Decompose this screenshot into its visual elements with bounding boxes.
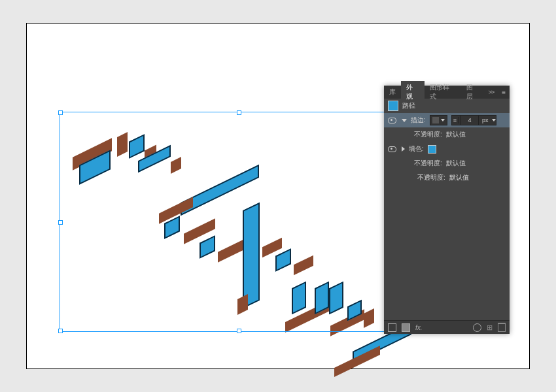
object-opacity-label: 不透明度: (417, 173, 445, 182)
chevron-down-icon (492, 119, 496, 122)
tab-appearance[interactable]: 外观 (401, 81, 425, 103)
stroke-weight-value[interactable]: 4 (460, 115, 479, 125)
stroke-weight-stepper[interactable]: ≡ 4 px (451, 115, 496, 125)
delete-item-icon[interactable] (498, 323, 506, 332)
fill-opacity-label: 不透明度: (414, 159, 442, 168)
panel-tabs: 库 外观 图形样式 图层 >> ≡ (384, 86, 510, 99)
stroke-row[interactable]: 描边: ≡ 4 px (384, 113, 510, 127)
stroke-opacity-row[interactable]: 不透明度: 默认值 (384, 127, 510, 142)
stroke-label: 描边: (411, 116, 426, 125)
panel-footer: fx. ⊞ (384, 320, 510, 334)
add-stroke-icon[interactable] (388, 323, 396, 332)
stroke-opacity-value: 默认值 (446, 130, 466, 139)
resize-handle-ml[interactable] (58, 220, 63, 225)
visibility-toggle-stroke[interactable] (388, 118, 396, 123)
fill-label: 填色: (409, 144, 424, 154)
chevron-down-icon (441, 119, 445, 122)
stroke-color-swatch (432, 117, 439, 123)
fill-row[interactable]: 填色: (384, 142, 510, 156)
add-effect-button[interactable]: fx. (415, 324, 423, 331)
panel-menu-icon[interactable]: ≡ (498, 89, 510, 96)
artwork[interactable] (66, 122, 419, 337)
stroke-weight-unit: px (481, 117, 490, 123)
stroke-color-select[interactable] (430, 115, 447, 125)
resize-handle-bl[interactable] (58, 329, 63, 333)
object-type-label: 路径 (402, 101, 415, 110)
tab-graphic-styles[interactable]: 图形样式 (425, 81, 461, 103)
fill-opacity-row[interactable]: 不透明度: 默认值 (384, 156, 510, 171)
clear-appearance-icon[interactable] (473, 323, 481, 332)
add-fill-icon[interactable] (402, 323, 410, 332)
fill-opacity-value: 默认值 (446, 159, 466, 168)
panel-expand-icon[interactable]: >> (485, 89, 498, 95)
object-thumbnail (388, 101, 398, 111)
resize-handle-tl[interactable] (58, 110, 63, 115)
app-window: 库 外观 图形样式 图层 >> ≡ 路径 描边: ≡ (26, 23, 530, 369)
fill-color-swatch[interactable] (428, 145, 436, 154)
tab-layers[interactable]: 图层 (461, 81, 485, 103)
visibility-toggle-fill[interactable] (388, 146, 396, 152)
appearance-panel: 库 外观 图形样式 图层 >> ≡ 路径 描边: ≡ (384, 86, 510, 334)
duplicate-item-icon[interactable]: ⊞ (487, 323, 493, 332)
expand-stroke-icon[interactable] (402, 119, 407, 122)
stroke-opacity-label: 不透明度: (414, 130, 442, 139)
tab-libraries[interactable]: 库 (384, 86, 401, 99)
object-opacity-row[interactable]: 不透明度: 默认值 (384, 171, 510, 185)
resize-handle-tm[interactable] (237, 110, 241, 115)
expand-fill-icon[interactable] (402, 146, 405, 152)
object-opacity-value: 默认值 (449, 173, 469, 182)
panel-body: 路径 描边: ≡ 4 px 不透明度: 默认值 (384, 99, 510, 321)
